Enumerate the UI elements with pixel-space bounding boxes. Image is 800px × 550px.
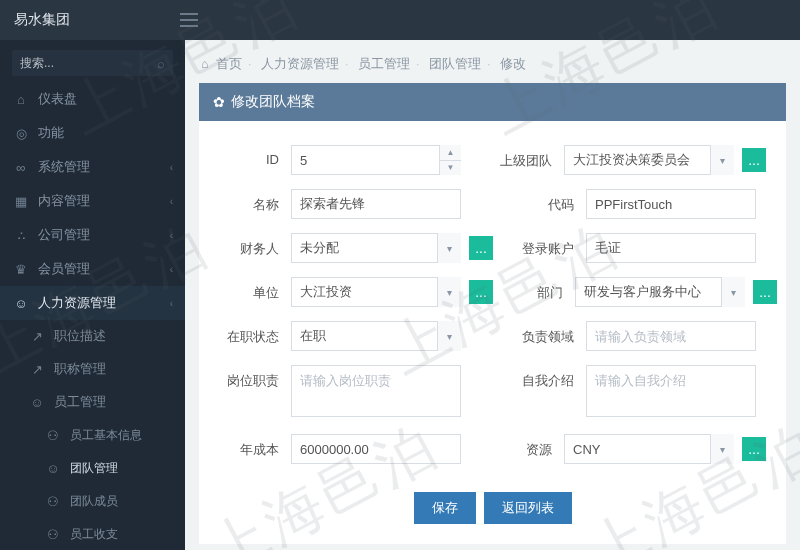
label-account: 登录账户 [510,233,574,258]
select-dept[interactable] [575,277,745,307]
label-code: 代码 [510,189,574,214]
input-name[interactable] [291,189,461,219]
home-icon: ⌂ [12,92,30,107]
nav-sub2-members[interactable]: ⚇团队成员 [0,485,185,518]
chevron-left-icon: ‹ [170,230,173,241]
breadcrumb-sep: · [416,57,419,71]
person-icon: ⚇ [44,428,62,443]
breadcrumb-item[interactable]: 首页 [216,57,242,71]
sidebar: ⌕ ⌂仪表盘 ◎功能 ∞系统管理‹ ▦内容管理‹ ⛬公司管理‹ ♛会员管理‹ ☺… [0,40,185,550]
breadcrumb-sep: · [248,57,251,71]
sidebar-search-input[interactable] [12,50,173,76]
more-dept-button[interactable]: ... [753,280,777,304]
more-parent-button[interactable]: ... [742,148,766,172]
panel-header: ✿ 修改团队档案 [199,83,786,121]
input-code[interactable] [586,189,756,219]
sidebar-search: ⌕ [0,40,185,82]
nav-company[interactable]: ⛬公司管理‹ [0,218,185,252]
select-finance[interactable] [291,233,461,263]
building-icon: ⛬ [12,228,30,243]
select-currency[interactable] [564,434,734,464]
label-finance: 财务人 [219,233,279,258]
form-actions: 保存 返回列表 [219,492,766,524]
breadcrumb: ⌂ 首页· 人力资源管理· 员工管理· 团队管理· 修改 [199,52,786,83]
nav-sub-title[interactable]: ↗职称管理 [0,353,185,386]
select-parent[interactable] [564,145,734,175]
breadcrumb-sep: · [487,57,490,71]
more-unit-button[interactable]: ... [469,280,493,304]
label-currency: 资源 [488,434,552,459]
input-cost[interactable] [291,434,461,464]
nav-sub-jobdesc[interactable]: ↗职位描述 [0,320,185,353]
nav-label: 团队成员 [70,493,118,510]
panel-title: 修改团队档案 [231,93,315,111]
nav-dashboard[interactable]: ⌂仪表盘 [0,82,185,116]
breadcrumb-item[interactable]: 员工管理 [358,57,410,71]
textarea-duty[interactable] [291,365,461,417]
nav-label: 内容管理 [38,192,90,210]
back-button[interactable]: 返回列表 [484,492,572,524]
input-id[interactable] [291,145,461,175]
nav-system[interactable]: ∞系统管理‹ [0,150,185,184]
search-icon[interactable]: ⌕ [157,56,165,71]
home-icon: ⌂ [201,57,209,71]
top-bar: 易水集团 [0,0,800,40]
label-name: 名称 [219,189,279,214]
breadcrumb-item[interactable]: 人力资源管理 [261,57,339,71]
nav-label: 职称管理 [54,361,106,378]
nav-label: 会员管理 [38,260,90,278]
label-unit: 单位 [219,277,279,302]
globe-icon: ◎ [12,126,30,141]
person-icon: ⚇ [44,494,62,509]
nav-label: 仪表盘 [38,90,77,108]
label-id: ID [219,145,279,167]
nav-label: 员工基本信息 [70,427,142,444]
breadcrumb-item: 修改 [500,57,526,71]
team-icon: ☺ [44,461,62,476]
nav-label: 人力资源管理 [38,294,116,312]
input-account[interactable] [586,233,756,263]
label-dept: 部门 [499,277,563,302]
more-currency-button[interactable]: ... [742,437,766,461]
person-icon: ⚇ [44,527,62,542]
nav-label: 公司管理 [38,226,90,244]
breadcrumb-item[interactable]: 团队管理 [429,57,481,71]
spinner-buttons[interactable]: ▲▼ [439,145,461,175]
nav-sub-employee[interactable]: ☺员工管理 [0,386,185,419]
chevron-up-icon: ▲ [440,145,461,161]
nav-label: 员工管理 [54,394,106,411]
chevron-down-icon: ▼ [440,161,461,176]
main-content: ⌂ 首页· 人力资源管理· 员工管理· 团队管理· 修改 ✿ 修改团队档案 ID… [185,40,800,550]
textarea-intro[interactable] [586,365,756,417]
arrow-icon: ↗ [28,362,46,377]
chevron-left-icon: ‹ [170,264,173,275]
nav-content[interactable]: ▦内容管理‹ [0,184,185,218]
link-icon: ∞ [12,160,30,175]
nav-label: 功能 [38,124,64,142]
select-unit[interactable] [291,277,461,307]
input-domain[interactable] [586,321,756,351]
chevron-left-icon: ‹ [170,162,173,173]
nav-hr[interactable]: ☺人力资源管理‹ [0,286,185,320]
nav-sub2-team[interactable]: ☺团队管理 [0,452,185,485]
nav-label: 职位描述 [54,328,106,345]
select-status[interactable] [291,321,461,351]
save-button[interactable]: 保存 [414,492,476,524]
menu-toggle-icon[interactable] [180,13,198,27]
nav-features[interactable]: ◎功能 [0,116,185,150]
panel-body: ID ▲▼ 上级团队 ▾ ... 名称 代码 [199,121,786,544]
gear-icon: ✿ [213,94,225,110]
label-cost: 年成本 [219,434,279,459]
nav-label: 员工收支 [70,526,118,543]
label-intro: 自我介绍 [510,365,574,390]
nav-sub2-payments[interactable]: ⚇员工收支 [0,518,185,550]
nav-sub2-basic[interactable]: ⚇员工基本信息 [0,419,185,452]
nav-member[interactable]: ♛会员管理‹ [0,252,185,286]
more-finance-button[interactable]: ... [469,236,493,260]
brand-title: 易水集团 [14,11,70,29]
chevron-left-icon: ‹ [170,196,173,207]
nav-label: 系统管理 [38,158,90,176]
chevron-left-icon: ‹ [170,298,173,309]
sidebar-nav: ⌂仪表盘 ◎功能 ∞系统管理‹ ▦内容管理‹ ⛬公司管理‹ ♛会员管理‹ ☺人力… [0,82,185,550]
label-parent: 上级团队 [488,145,552,170]
